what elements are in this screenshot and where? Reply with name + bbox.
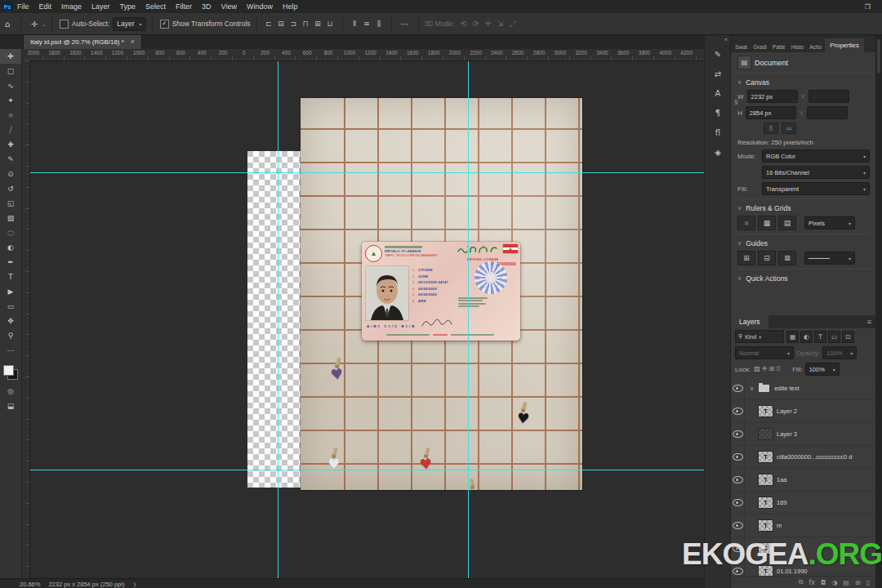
quick-mask-icon[interactable]: ◎ <box>7 387 14 395</box>
lock-transparency-icon[interactable]: ▨ <box>754 365 760 373</box>
edit-toolbar-icon[interactable]: ⋯ <box>7 346 15 354</box>
menu-layer[interactable]: Layer <box>91 2 110 11</box>
menu-select[interactable]: Select <box>145 2 166 11</box>
blur-tool[interactable]: ◌ <box>0 225 21 240</box>
zoom-tool[interactable]: ⚲ <box>0 328 21 343</box>
more-options-icon[interactable]: ⋯ <box>398 16 412 31</box>
rectangle-tool[interactable]: ▭ <box>0 299 21 314</box>
home-icon[interactable]: ⌂ <box>0 16 15 31</box>
canvas-fill-dropdown[interactable]: Transparent ▾ <box>762 182 870 195</box>
filter-adjustment-layers-icon[interactable]: ◐ <box>800 331 813 343</box>
quick-selection-tool[interactable]: ✦ <box>0 93 21 108</box>
3d-roll-icon[interactable]: ⟳ <box>470 19 481 29</box>
quick-actions-section-header[interactable]: ∨ Quick Actions <box>737 269 870 283</box>
3d-orbit-icon[interactable]: ⟲ <box>458 19 469 29</box>
align-center-h-icon[interactable]: ⊟ <box>276 19 287 29</box>
pen-tool[interactable]: ✒ <box>0 255 21 270</box>
layers-tab[interactable]: Layers <box>731 314 768 330</box>
move-tool[interactable]: ✛ <box>0 49 21 64</box>
guide-horizontal[interactable] <box>29 172 704 173</box>
filter-smart-objects-icon[interactable]: ⊡ <box>842 331 854 343</box>
guide-vertical[interactable] <box>278 60 278 578</box>
panel-tab-properties[interactable]: Properties <box>825 38 864 52</box>
visibility-eye-icon[interactable] <box>733 385 743 392</box>
layer-name[interactable]: edite text <box>774 385 799 392</box>
toggle-rulers-icon[interactable]: ⌗ <box>737 216 755 230</box>
panel-tab-swat[interactable]: Swat <box>733 42 750 52</box>
horizontal-ruler[interactable]: 2000180016001400120010008006004002000200… <box>21 49 704 61</box>
character-panel-icon[interactable]: A <box>709 85 727 101</box>
document-tab[interactable]: Italy id.psd @ 20.7% (RGB/16) * × <box>23 34 142 49</box>
marquee-tool[interactable]: ▢ <box>0 64 21 78</box>
units-dropdown[interactable]: Pixels ▾ <box>804 216 855 229</box>
distribute-h-icon[interactable]: ⫴ <box>350 19 360 29</box>
layer-row[interactable]: Layer 3 <box>731 423 876 446</box>
clear-guides-icon[interactable]: ⊠ <box>778 251 796 265</box>
visibility-eye-icon[interactable] <box>733 476 743 483</box>
layer-name[interactable]: 1aa <box>777 476 787 483</box>
color-mode-dropdown[interactable]: RGB Color ▾ <box>762 149 870 163</box>
healing-brush-tool[interactable]: ✚ <box>0 137 21 152</box>
vertical-ruler[interactable] <box>21 60 30 578</box>
hand-tool[interactable]: ✥ <box>0 314 21 328</box>
menu-3d[interactable]: 3D <box>202 2 212 11</box>
panel-tab-histo[interactable]: Histo <box>789 42 807 52</box>
guide-style-dropdown[interactable]: ▾ <box>804 252 855 265</box>
menu-window[interactable]: Window <box>247 2 273 11</box>
move-tool-preset-icon[interactable]: ✛ <box>27 16 42 31</box>
path-selection-tool[interactable]: ▶ <box>0 284 21 299</box>
visibility-eye-icon[interactable] <box>733 522 743 529</box>
rulers-grids-section-header[interactable]: ∨ Rulers & Grids <box>737 198 870 212</box>
gradient-tool[interactable]: ▧ <box>0 211 21 225</box>
toggle-grid-icon[interactable]: ▦ <box>758 216 776 230</box>
screen-mode-icon[interactable]: ⬓ <box>7 402 15 410</box>
properties-panel-icon[interactable]: ✎ <box>709 46 727 62</box>
x-input[interactable] <box>808 90 849 103</box>
guide-layout-icon[interactable]: ⊟ <box>758 251 776 265</box>
layer-thumbnail[interactable] <box>758 428 773 440</box>
layer-thumbnail[interactable]: T <box>758 519 773 532</box>
panel-menu-icon[interactable]: ≡ <box>867 318 871 326</box>
layer-name[interactable]: Layer 2 <box>777 408 797 415</box>
panel-tab-patte[interactable]: Patte <box>770 42 788 52</box>
delete-layer-icon[interactable]: ▯ <box>866 579 870 586</box>
auto-select-checkbox[interactable] <box>60 20 69 29</box>
collapse-panels-icon[interactable]: « <box>724 37 728 42</box>
portrait-orientation-icon[interactable]: ▯ <box>764 122 778 134</box>
layer-name[interactable]: Layer 3 <box>777 430 797 438</box>
document-selector[interactable]: ▤ Document <box>737 56 870 69</box>
dodge-tool[interactable]: ◐ <box>0 240 21 255</box>
bit-depth-dropdown[interactable]: 16 Bits/Channel ▾ <box>762 166 870 179</box>
canvas-section-header[interactable]: ∨ Canvas <box>737 73 870 87</box>
panel-tab-gradi[interactable]: Gradi <box>751 42 769 52</box>
guide-horizontal[interactable] <box>29 470 704 470</box>
layer-mask-icon[interactable]: ◘ <box>821 579 826 586</box>
filter-type-layers-icon[interactable]: T <box>814 331 826 343</box>
align-right-icon[interactable]: ⊐ <box>288 19 299 29</box>
align-center-v-icon[interactable]: ⊞ <box>313 19 323 29</box>
visibility-eye-icon[interactable] <box>733 430 743 438</box>
crop-tool[interactable]: ⌗ <box>0 108 21 122</box>
foreground-color-swatch[interactable] <box>3 365 14 376</box>
libraries-panel-icon[interactable]: ◈ <box>709 144 727 160</box>
layer-row[interactable]: Tm <box>731 514 876 537</box>
menu-edit[interactable]: Edit <box>39 2 52 11</box>
canvas-area[interactable]: ▲ REPUBLIC OF LEBANON TRAFFIC, TRUCKS & … <box>29 60 704 578</box>
type-tool[interactable]: T <box>0 270 21 284</box>
clone-stamp-tool[interactable]: ⊙ <box>0 167 21 181</box>
close-icon[interactable]: × <box>131 38 135 46</box>
menu-image[interactable]: Image <box>61 2 82 11</box>
group-expand-chevron[interactable]: ∨ <box>750 385 754 392</box>
3d-scale-icon[interactable]: ⤢ <box>507 19 518 29</box>
panel-tab-actio[interactable]: Actio <box>807 42 824 52</box>
layer-thumbnail[interactable]: T <box>758 405 773 417</box>
menu-view[interactable]: View <box>221 2 237 11</box>
toggle-snap-icon[interactable]: ▤ <box>778 216 796 230</box>
filter-shape-layers-icon[interactable]: ▭ <box>828 331 840 343</box>
layer-row[interactable]: T169 <box>731 492 876 514</box>
lock-position-icon[interactable]: ✛ <box>762 365 768 373</box>
menu-type[interactable]: Type <box>120 2 136 11</box>
auto-select-dropdown[interactable]: Layer ▾ <box>113 17 145 31</box>
fill-input[interactable]: 100% ▾ <box>805 363 840 376</box>
new-layer-icon[interactable]: ⊞ <box>855 579 861 586</box>
